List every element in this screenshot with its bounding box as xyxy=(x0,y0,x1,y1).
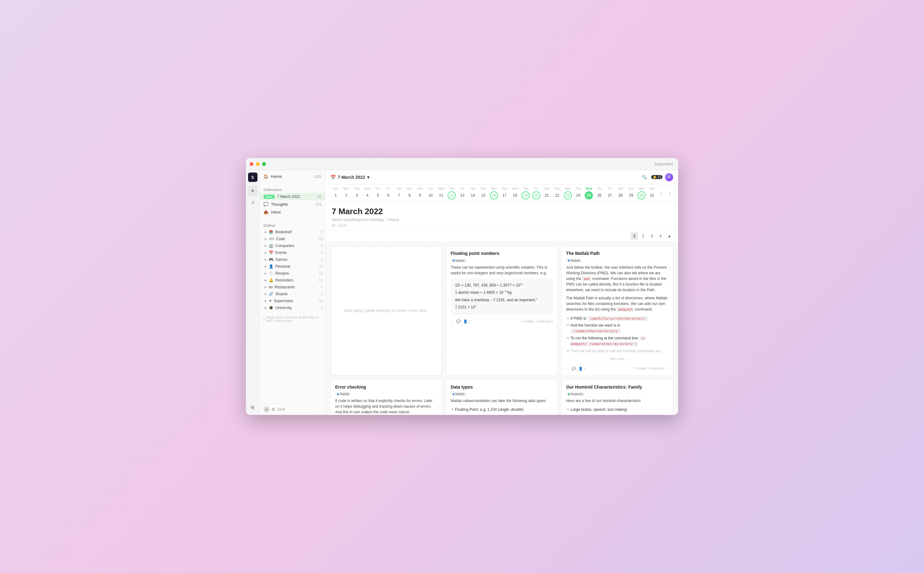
sidebar-item-code[interactable]: ▶ </> Code 10 xyxy=(260,235,325,243)
cal-day-14[interactable]: Sat14 xyxy=(468,187,478,199)
card-tag[interactable]: Matlab xyxy=(451,392,467,396)
cal-day-6[interactable]: Fri6 xyxy=(383,187,394,199)
page-3-button[interactable]: 3 xyxy=(648,232,656,240)
comment-button[interactable]: 💬 xyxy=(456,319,461,323)
hashtag-matlab[interactable]: # matlab xyxy=(634,367,646,371)
hashtag-datatypes[interactable]: # data types xyxy=(536,320,553,323)
cal-next-button[interactable]: › xyxy=(666,190,673,197)
minimize-button[interactable] xyxy=(256,162,260,166)
sidebar-item-home[interactable]: 🏠 Home 1325 xyxy=(260,172,325,180)
thoughts-count: 173 xyxy=(316,203,321,206)
cal-prev-button[interactable]: ‹ xyxy=(658,190,664,197)
tag-label: Anatomy xyxy=(571,392,583,396)
like-button[interactable]: ♡ xyxy=(566,367,569,371)
sidebar-item-university[interactable]: ▶ 🎓 University 9 xyxy=(260,304,325,311)
cal-day-21[interactable]: Sat21 xyxy=(541,187,552,199)
cal-day-22[interactable]: Sun22 xyxy=(552,187,562,199)
cal-day-28[interactable]: Sat28 xyxy=(615,187,626,199)
see-more-button[interactable]: See more xyxy=(566,356,669,362)
personal-label: Personal xyxy=(275,264,317,269)
cal-day-3[interactable]: Tue3 xyxy=(351,187,362,199)
page-1-button[interactable]: 1 xyxy=(631,232,638,240)
search-button[interactable]: 🔍 xyxy=(640,173,649,182)
close-button[interactable] xyxy=(250,162,254,166)
cal-day-5[interactable]: Thu5 xyxy=(373,187,384,199)
sidebar-item-supernotes[interactable]: ▶ ✦ Supernotes 16 xyxy=(260,297,325,304)
cal-day-4[interactable]: Wed4 xyxy=(362,187,373,199)
sidebar-nav-filter[interactable]: ⊿ xyxy=(248,197,258,207)
sidebar-item-inbox[interactable]: 📥 Inbox xyxy=(260,208,325,216)
cal-day-18[interactable]: Wed18 xyxy=(510,187,520,199)
cal-day-2[interactable]: Mon2 xyxy=(341,187,352,199)
shared-label: Shared xyxy=(275,292,319,296)
like-button[interactable]: ♡ xyxy=(451,319,454,323)
share-button[interactable]: 👤 3 xyxy=(578,367,586,371)
maximize-button[interactable] xyxy=(262,162,266,166)
cal-day-27[interactable]: Fri27 xyxy=(605,187,615,199)
more-button[interactable]: ··· xyxy=(665,367,669,371)
cal-day-7[interactable]: Sat7 xyxy=(394,187,404,199)
sidebar-item-reminders[interactable]: ▶ 🔔 Reminders 10 xyxy=(260,277,325,284)
left-sidebar: 🏠 Home 1325 Collections Daily 7 March 20… xyxy=(260,170,326,415)
cal-day-29[interactable]: Sun29 xyxy=(626,187,636,199)
date-selector[interactable]: 📅 7 March 2022 ▾ xyxy=(330,175,369,180)
code-label: Code xyxy=(276,237,317,241)
card-tag[interactable]: Matlab xyxy=(566,258,582,263)
logo-text: S xyxy=(251,175,254,180)
cal-day-24[interactable]: Tue24 xyxy=(573,187,584,199)
cal-day-16[interactable]: Mon16 xyxy=(489,187,499,199)
card-tag[interactable]: Matlab xyxy=(335,392,351,396)
cal-day-23[interactable]: Mon23 xyxy=(562,187,573,199)
page-4-button[interactable]: 4 xyxy=(657,232,664,240)
share-button[interactable]: 👤 3 xyxy=(463,319,470,323)
tag-label: Matlab xyxy=(456,392,465,396)
notification-button[interactable]: 🔔 11 xyxy=(651,175,662,179)
cal-day-9[interactable]: Mon9 xyxy=(415,187,425,199)
sidebar-item-events[interactable]: ▶ 📅 Events 9 xyxy=(260,249,325,256)
cal-day-15[interactable]: Sun15 xyxy=(478,187,489,199)
new-card-input[interactable]: Start typing / paste anything to create … xyxy=(330,246,442,376)
junk-item[interactable]: 🗑 Junk xyxy=(272,407,321,412)
cal-day-10[interactable]: Tue10 xyxy=(425,187,436,199)
sidebar-item-daily[interactable]: Daily 7 March 2022 81 xyxy=(260,193,325,200)
add-button[interactable]: + xyxy=(263,406,270,412)
page-2-button[interactable]: 2 xyxy=(639,232,647,240)
supernotes-label: Supernotes xyxy=(274,299,317,303)
card-title: Our Hominid Characteristics: Family xyxy=(566,384,669,390)
cal-day-20[interactable]: Fri20 xyxy=(531,187,542,199)
sidebar-item-companies[interactable]: ▶ 🏢 Companies 4 xyxy=(260,243,325,249)
cal-day-25[interactable]: Wed25 xyxy=(584,187,594,199)
cal-day-31[interactable]: Tue31 xyxy=(647,187,658,199)
sidebar-item-games[interactable]: ▶ 🎮 Games 3 xyxy=(260,256,325,263)
thoughts-label: Thoughts xyxy=(271,202,313,207)
comment-button[interactable]: 💬 xyxy=(572,367,576,371)
sidebar-item-personal[interactable]: ▶ 👤 Personal 21 xyxy=(260,263,325,270)
avatar[interactable]: S xyxy=(665,173,673,181)
card-tag[interactable]: Anatomy xyxy=(566,392,585,396)
cal-day-13[interactable]: Fri13 xyxy=(457,187,468,199)
personal-count: 21 xyxy=(319,265,323,268)
cal-day-8[interactable]: Sun8 xyxy=(404,187,415,199)
sidebar-item-thoughts[interactable]: 💭 Thoughts 173 xyxy=(260,200,325,208)
collapse-button[interactable]: ▲ xyxy=(666,232,673,240)
bookshelf-count: 6 xyxy=(321,230,323,234)
cal-day-17[interactable]: Tue17 xyxy=(499,187,510,199)
cal-day-30[interactable]: Mon30 xyxy=(636,187,647,199)
cal-day-26[interactable]: Thu26 xyxy=(594,187,605,199)
hashtag-functions[interactable]: # functions xyxy=(648,367,663,371)
sidebar-nav-settings[interactable]: ⚙ xyxy=(248,402,258,412)
sidebar-item-restaurants[interactable]: ▶ 🍽 Restaurants 5 xyxy=(260,284,325,291)
sidebar-item-shared[interactable]: ▶ 🔗 Shared 1 xyxy=(260,291,325,297)
cal-day-11[interactable]: Wed11 xyxy=(436,187,447,199)
cal-day-19[interactable]: Thu19 xyxy=(520,187,531,199)
hint-text: Single-click to preview, double-click or… xyxy=(266,316,321,323)
sidebar-item-bookshelf[interactable]: ▶ 📚 Bookshelf 6 xyxy=(260,229,325,235)
card-list: Floating Point, e.g. 1.234 (single, doub… xyxy=(451,406,553,415)
sidebar-nav-menu[interactable]: ≡ xyxy=(248,186,258,196)
cal-day-1[interactable]: Sun1 xyxy=(330,187,341,199)
hashtag-matlab[interactable]: # matlab xyxy=(522,320,534,323)
sidebar-item-recipes[interactable]: ▶ 🍴 Recipes 14 xyxy=(260,270,325,277)
card-title: Error checking xyxy=(335,384,438,390)
cal-day-12[interactable]: Thu12 xyxy=(446,187,457,199)
card-tag[interactable]: Matlab xyxy=(451,258,467,263)
